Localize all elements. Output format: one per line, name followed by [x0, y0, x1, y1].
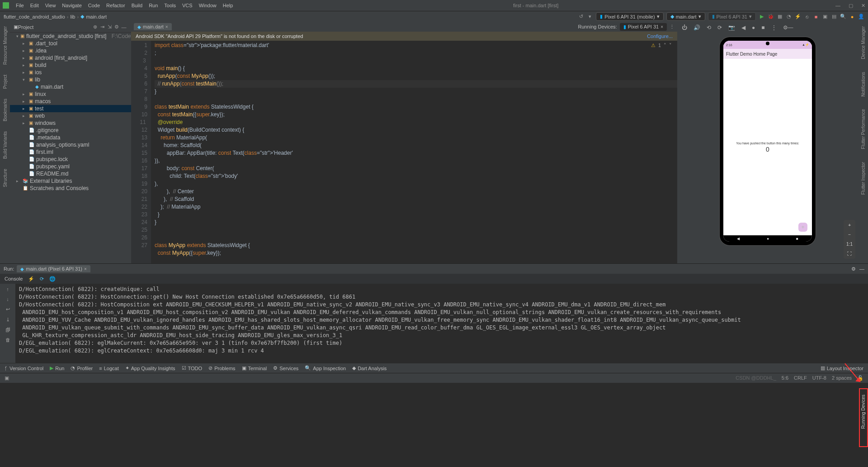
power-icon[interactable]: ⏻ — [682, 24, 687, 31]
nav-overview-icon[interactable]: ■ — [796, 237, 798, 241]
run-config-selector[interactable]: ◆main.dart▾ — [666, 12, 705, 21]
file-encoding[interactable]: UTF-8 — [812, 375, 826, 381]
breadcrumb-file[interactable]: main.dart — [86, 14, 107, 19]
version-control-button[interactable]: ᚶ Version Control — [5, 366, 43, 371]
rail-running-devices[interactable]: Running Devices — [861, 393, 866, 431]
overview-icon[interactable]: ■ — [761, 24, 764, 31]
menu-edit[interactable]: Edit — [27, 3, 42, 8]
hot-reload-icon[interactable]: ⚡ — [28, 276, 34, 282]
rail-flutter-inspector[interactable]: Flutter Inspector — [861, 160, 866, 196]
gear-icon[interactable]: ⚙ — [113, 24, 120, 30]
app-inspection-button[interactable]: 🔍 App Inspection — [305, 365, 346, 371]
tree-item[interactable]: build — [35, 62, 46, 69]
console-tab[interactable]: Console — [5, 276, 23, 281]
menu-build[interactable]: Build — [128, 3, 146, 8]
tree-item[interactable]: lib — [35, 76, 40, 83]
screenshot-icon[interactable]: 📷 — [728, 24, 735, 31]
logcat-button[interactable]: ≡ Logcat — [99, 366, 118, 371]
dart-analysis-button[interactable]: ◆ Dart Analysis — [352, 365, 387, 371]
editor-body[interactable]: ⚠1 ˄ ˅ 123 ▶4567891011 ⟳1213141516171819… — [131, 41, 677, 263]
profiler-button[interactable]: ◔ Profiler — [71, 365, 93, 371]
tree-item[interactable]: .idea — [35, 47, 47, 54]
tree-item[interactable]: External Libraries — [30, 177, 72, 185]
menu-window[interactable]: Window — [196, 3, 220, 8]
tree-item[interactable]: Scratches and Consoles — [30, 185, 89, 192]
emu-hide-icon[interactable]: — — [788, 24, 793, 31]
more-icon[interactable]: ⋮ — [771, 24, 777, 31]
tree-item[interactable]: README.md — [36, 170, 68, 177]
emulator-close-icon[interactable]: × — [660, 24, 663, 29]
run-tab[interactable]: ◆main.dart (Pixel 6 API 31)× — [17, 265, 90, 272]
cursor-position[interactable]: 5:6 — [782, 375, 788, 381]
tree-item[interactable]: analysis_options.yaml — [36, 141, 89, 148]
close-icon[interactable]: ✕ — [861, 3, 865, 9]
hot-reload-button[interactable]: ⚡ — [795, 14, 801, 20]
hide-icon[interactable]: — — [120, 24, 127, 30]
panel-gear-icon[interactable]: ⚙ — [851, 266, 856, 272]
scroll-end-icon[interactable]: ⤓ — [6, 317, 10, 323]
sync-icon[interactable]: ↺ — [578, 14, 584, 20]
tabs-more-icon[interactable]: ⋮ — [670, 24, 675, 30]
scroll-down-icon[interactable]: ↓ — [6, 296, 9, 302]
search-icon[interactable]: 🔍 — [840, 14, 846, 20]
clear-icon[interactable]: 🗑 — [5, 337, 10, 343]
tree-item[interactable]: android [first_android] — [35, 54, 87, 62]
rail-flutter-performance[interactable]: Flutter Performance — [861, 107, 866, 151]
tree-item[interactable]: first.iml — [36, 148, 53, 156]
phone-screen[interactable]: 2:16▲⚡ Flutter Demo Home Page You have p… — [723, 41, 812, 242]
run-button[interactable]: ▶ — [759, 14, 765, 20]
hot-restart-icon[interactable]: ⟳ — [40, 276, 44, 282]
user-icon[interactable]: 👤 — [858, 14, 864, 20]
problems-button[interactable]: ⊘ Problems — [208, 365, 235, 371]
menu-file[interactable]: File — [13, 3, 27, 8]
emu-gear-icon[interactable]: ⚙ — [783, 24, 788, 31]
target-selector[interactable]: ▮Pixel 6 API 31 ▾ — [708, 12, 756, 21]
chevron-down-icon[interactable]: ▾ — [587, 14, 593, 20]
tree-item[interactable]: ios — [35, 69, 42, 76]
volume-icon[interactable]: 🔊 — [693, 24, 700, 31]
project-dropdown-icon[interactable]: ▣ — [14, 24, 18, 30]
target-icon[interactable]: ⊕ — [91, 24, 99, 30]
rotate-left-icon[interactable]: ⟲ — [707, 24, 711, 31]
attach-button[interactable]: ⎋ — [804, 14, 810, 20]
minimize-icon[interactable]: — — [835, 3, 840, 9]
project-title[interactable]: Project — [18, 24, 91, 30]
sdk-button[interactable]: ▤ — [831, 14, 837, 20]
collapse-icon[interactable]: ⇥ — [99, 24, 106, 30]
rail-resource-manager[interactable]: Resource Manager — [3, 24, 8, 67]
menu-navigate[interactable]: Navigate — [59, 3, 85, 8]
nav-home-icon[interactable]: ● — [767, 237, 769, 241]
rail-device-manager[interactable]: Device Manager — [861, 24, 866, 61]
run-toolwindow-button[interactable]: ▶ Run — [50, 365, 64, 371]
rail-project[interactable]: Project — [3, 73, 8, 91]
open-devtools-icon[interactable]: 🌐 — [49, 276, 56, 282]
todo-button[interactable]: ☑ TODO — [182, 365, 203, 371]
rail-notifications[interactable]: Notifications — [861, 70, 866, 98]
tree-root[interactable]: flutter_code_android_studio [first] — [26, 33, 106, 40]
debug-button[interactable]: 🐞 — [768, 14, 774, 20]
back-icon[interactable]: ◀ — [741, 24, 745, 31]
zoom-out-icon[interactable]: − — [846, 232, 853, 237]
tree-item[interactable]: pubspec.lock — [36, 156, 68, 163]
editor-tab-main[interactable]: ◆main.dart× — [134, 23, 172, 30]
menu-code[interactable]: Code — [85, 3, 103, 8]
stop-button[interactable]: ■ — [813, 14, 819, 20]
emulator-tab[interactable]: ▮Pixel 6 API 31× — [620, 23, 667, 31]
line-ending[interactable]: CRLF — [794, 375, 807, 381]
print-icon[interactable]: 🗐 — [5, 327, 10, 333]
zoom-reset[interactable]: 1:1 — [846, 242, 853, 247]
configure-link[interactable]: Configure... — [647, 33, 673, 39]
console-output[interactable]: D/HostConnection( 6822): createUnique: c… — [15, 284, 868, 363]
rail-structure[interactable]: Structure — [3, 167, 8, 189]
maximize-icon[interactable]: ▢ — [849, 3, 853, 9]
tree-item[interactable]: macos — [35, 98, 51, 105]
tree-item[interactable]: .metadata — [36, 134, 60, 141]
menu-vcs[interactable]: VCS — [179, 3, 196, 8]
zoom-in-icon[interactable]: + — [846, 223, 853, 228]
profile-button[interactable]: ◔ — [786, 14, 792, 20]
status-toolwindows-icon[interactable]: ▣ — [5, 375, 9, 381]
menu-help[interactable]: Help — [220, 3, 236, 8]
coverage-button[interactable]: ▦ — [777, 14, 783, 20]
terminal-button[interactable]: ▣ Terminal — [242, 365, 267, 371]
rotate-right-icon[interactable]: ⟳ — [717, 24, 722, 31]
